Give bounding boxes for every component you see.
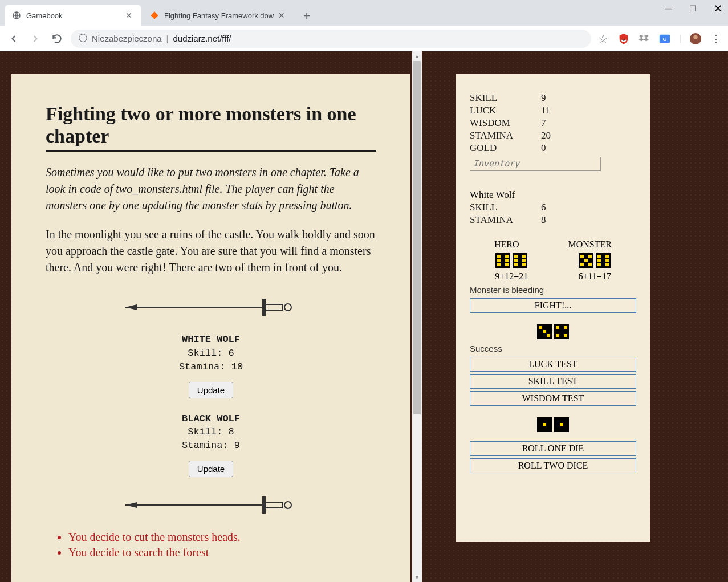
hero-dice xyxy=(495,253,527,268)
sword-divider-icon xyxy=(120,491,302,519)
globe-icon xyxy=(11,10,22,21)
sidebar-frame: SKILL9 LUCK11 WISDOM7 STAMINA20 GOLD0 Wh… xyxy=(433,51,718,582)
monster-stamina: Stamina: 9 xyxy=(46,439,376,453)
skill-test-button[interactable]: SKILL TEST xyxy=(470,374,636,389)
svg-point-9 xyxy=(284,304,291,311)
svg-rect-8 xyxy=(266,304,283,310)
url-input[interactable]: ⓘ Niezabezpieczona | dudziarz.net/fff/ xyxy=(71,30,591,48)
die-icon xyxy=(495,253,510,268)
svg-marker-6 xyxy=(125,304,137,310)
close-icon[interactable]: ✕ xyxy=(125,11,135,20)
forward-button[interactable] xyxy=(27,31,43,47)
translate-icon[interactable]: G xyxy=(658,32,671,45)
tab-title: Gamebook xyxy=(26,11,121,20)
page-title: Fighting two or more monsters in one cha… xyxy=(46,103,376,152)
main-frame: Fighting two or more monsters in one cha… xyxy=(0,51,422,582)
browser-tab-inactive[interactable]: Fighting Fantasy Framework dow ✕ xyxy=(143,5,294,26)
roll-dice xyxy=(470,417,636,432)
choice-link[interactable]: You decide to search the forest xyxy=(68,546,376,559)
die-icon xyxy=(537,417,552,432)
die-icon xyxy=(554,324,569,339)
browser-tab-active[interactable]: Gamebook ✕ xyxy=(5,5,141,26)
monster-stamina: Stamina: 10 xyxy=(46,360,376,374)
monster-label: MONSTER xyxy=(568,239,612,250)
sword-divider-icon xyxy=(120,293,302,321)
monster-skill: Skill: 8 xyxy=(46,425,376,439)
body-text: In the moonlight you see a ruins of the … xyxy=(46,226,376,276)
monster-name: BLACK WOLF xyxy=(46,412,376,426)
roll-one-button[interactable]: ROLL ONE DIE xyxy=(470,441,636,456)
dropbox-icon[interactable] xyxy=(638,32,650,45)
monster-calc: 6+11=17 xyxy=(578,271,611,282)
sourceforge-icon xyxy=(149,10,160,21)
svg-point-14 xyxy=(284,502,291,508)
luck-dice xyxy=(470,324,636,339)
tab-title: Fighting Fantasy Framework dow xyxy=(164,11,274,20)
hero-calc: 9+12=21 xyxy=(495,271,528,282)
monster-white-wolf: WHITE WOLF Skill: 6 Stamina: 10 xyxy=(46,333,376,373)
page-content: Fighting two or more monsters in one cha… xyxy=(0,51,728,582)
svg-rect-13 xyxy=(266,502,283,508)
svg-point-4 xyxy=(693,35,697,39)
combat-calc: 9+12=21 6+11=17 xyxy=(470,271,636,282)
scrollbar-thumb[interactable] xyxy=(413,61,421,414)
menu-icon[interactable]: ⋮ xyxy=(710,32,722,45)
stat-gold: GOLD0 xyxy=(470,143,636,154)
update-button[interactable]: Update xyxy=(189,382,233,398)
gamebook-page: Fighting two or more monsters in one cha… xyxy=(11,74,410,582)
stat-skill: SKILL9 xyxy=(470,92,636,104)
stat-wisdom: WISDOM7 xyxy=(470,117,636,129)
fight-button[interactable]: FIGHT!... xyxy=(470,298,636,313)
extension-icons: ☆ G | ⋮ xyxy=(597,32,722,45)
scroll-down-icon[interactable]: ▼ xyxy=(412,572,422,582)
enemy-skill: SKILL6 xyxy=(470,202,636,213)
stats-panel: SKILL9 LUCK11 WISDOM7 STAMINA20 GOLD0 Wh… xyxy=(456,74,650,542)
combat-header: HERO MONSTER xyxy=(470,239,636,250)
die-icon xyxy=(554,417,569,432)
enemy-name: White Wolf xyxy=(470,189,636,201)
ublock-icon[interactable] xyxy=(617,32,630,45)
close-icon[interactable]: ✕ xyxy=(278,11,287,20)
scroll-up-icon[interactable]: ▲ xyxy=(412,51,422,61)
scrollbar-vertical[interactable]: ▲ ▼ xyxy=(412,51,422,582)
monster-dice xyxy=(579,253,611,268)
browser-tabbar: Gamebook ✕ Fighting Fantasy Framework do… xyxy=(0,0,728,26)
minimize-icon[interactable]: ─ xyxy=(665,3,672,15)
security-label: Niezabezpieczona xyxy=(92,34,162,43)
update-button[interactable]: Update xyxy=(189,461,233,477)
enemy-stamina: STAMINA8 xyxy=(470,214,636,226)
die-icon xyxy=(596,253,611,268)
back-button[interactable] xyxy=(6,31,22,47)
luck-test-button[interactable]: LUCK TEST xyxy=(470,357,636,372)
stat-luck: LUCK11 xyxy=(470,105,636,116)
svg-marker-11 xyxy=(125,502,137,508)
choice-link[interactable]: You decide to cut the monsters heads. xyxy=(68,531,376,544)
choice-list: You decide to cut the monsters heads. Yo… xyxy=(68,531,376,559)
avatar[interactable] xyxy=(689,32,702,45)
die-icon xyxy=(537,324,552,339)
combat-status: Monster is bleeding xyxy=(470,285,636,295)
wisdom-test-button[interactable]: WISDOM TEST xyxy=(470,391,636,406)
reload-button[interactable] xyxy=(49,31,65,47)
maximize-icon[interactable]: ☐ xyxy=(689,4,697,13)
roll-two-button[interactable]: ROLL TWO DICE xyxy=(470,458,636,473)
monster-black-wolf: BLACK WOLF Skill: 8 Stamina: 9 xyxy=(46,412,376,453)
monster-name: WHITE WOLF xyxy=(46,333,376,347)
stat-stamina: STAMINA20 xyxy=(470,130,636,141)
die-icon xyxy=(513,253,527,268)
browser-addressbar: ⓘ Niezabezpieczona | dudziarz.net/fff/ ☆… xyxy=(0,26,728,51)
intro-text: Sometimes you would like to put two mons… xyxy=(46,164,376,214)
inventory-input[interactable] xyxy=(470,157,601,171)
url-text: dudziarz.net/fff/ xyxy=(173,34,231,43)
info-icon[interactable]: ⓘ xyxy=(79,33,87,44)
new-tab-button[interactable]: + xyxy=(299,8,315,24)
hero-label: HERO xyxy=(494,239,519,250)
combat-dice xyxy=(470,253,636,268)
monster-skill: Skill: 6 xyxy=(46,347,376,360)
window-controls: ─ ☐ ✕ xyxy=(665,0,722,17)
close-window-icon[interactable]: ✕ xyxy=(714,2,722,15)
svg-text:G: G xyxy=(662,36,666,42)
star-icon[interactable]: ☆ xyxy=(597,32,609,45)
die-icon xyxy=(579,253,593,268)
luck-status: Success xyxy=(470,344,636,353)
